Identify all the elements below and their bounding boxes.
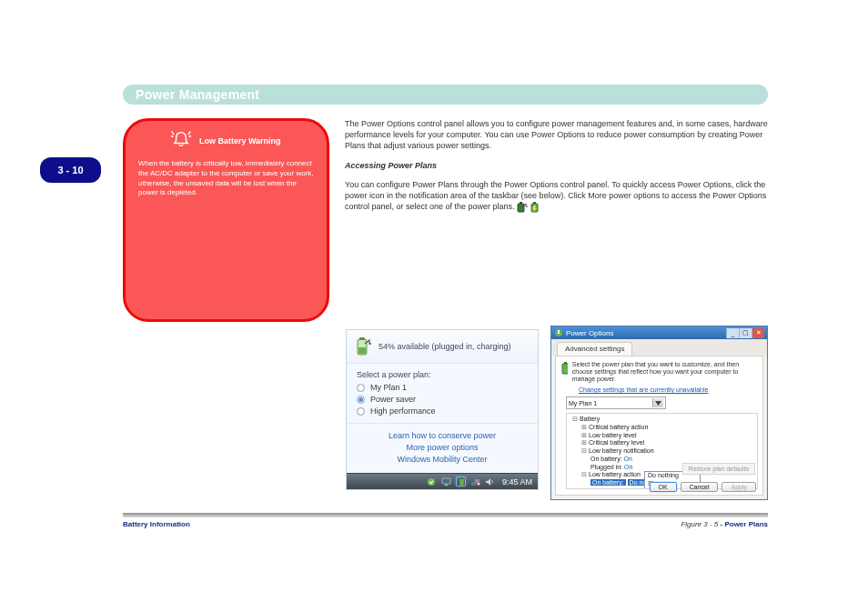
power-options-icon xyxy=(554,328,563,337)
svg-rect-20 xyxy=(564,362,567,364)
radio-icon xyxy=(357,407,365,416)
conserve-power-link[interactable]: Learn how to conserve power xyxy=(347,430,538,442)
divider xyxy=(123,513,768,517)
restore-defaults-button[interactable]: Restore plan defaults xyxy=(682,463,755,475)
network-tray-icon[interactable] xyxy=(470,477,480,487)
footer-topic: Battery Information xyxy=(123,520,190,528)
warning-callout: Low Battery Warning When the battery is … xyxy=(123,118,329,322)
svg-marker-21 xyxy=(655,401,661,406)
warning-header: Low Battery Warning xyxy=(138,130,314,152)
plan-option[interactable]: My Plan 1 xyxy=(357,383,528,392)
radio-icon xyxy=(357,396,365,404)
inline-battery-icons xyxy=(517,201,541,213)
plan-option[interactable]: High performance xyxy=(357,406,528,416)
maximize-button[interactable]: ▢ xyxy=(739,328,752,338)
svg-rect-9 xyxy=(442,478,450,484)
change-unavailable-link[interactable]: Change settings that are currently unava… xyxy=(579,386,708,393)
minimize-button[interactable]: _ xyxy=(726,328,739,338)
svg-rect-6 xyxy=(359,337,365,340)
svg-rect-12 xyxy=(460,477,463,479)
warning-body: When the battery is critically low, imme… xyxy=(138,159,314,198)
plan-label: High performance xyxy=(370,406,436,416)
more-power-options-link[interactable]: More power options xyxy=(347,442,538,454)
warning-title: Low Battery Warning xyxy=(199,136,281,145)
dialog-instruction: Select the power plan that you want to c… xyxy=(560,361,758,383)
battery-status-icon xyxy=(355,336,371,356)
volume-tray-icon[interactable] xyxy=(485,477,495,487)
svg-rect-7 xyxy=(358,347,366,354)
ok-button[interactable]: OK xyxy=(650,482,677,492)
tree-node[interactable]: ⊟Low battery notification xyxy=(567,447,757,456)
paragraph: The Power Options control panel allows y… xyxy=(345,118,771,151)
dialog-buttons: OK Cancel Apply xyxy=(650,482,756,492)
settings-tree[interactable]: ⊟Battery ⊞Critical battery action ⊞Low b… xyxy=(566,413,758,489)
taskbar: 9:45 AM xyxy=(347,473,538,489)
tree-node[interactable]: ⊞Low battery level xyxy=(567,432,757,440)
section-title: Power Management xyxy=(136,87,259,102)
tree-node[interactable]: ⊞Critical battery level xyxy=(567,439,757,447)
footer-figure: Figure 3 - 5 - Power Plans xyxy=(681,520,768,528)
taskbar-clock[interactable]: 9:45 AM xyxy=(502,477,532,487)
mobility-center-link[interactable]: Windows Mobility Center xyxy=(347,454,538,466)
radio-icon xyxy=(357,384,365,392)
svg-point-8 xyxy=(428,478,435,486)
plan-label: My Plan 1 xyxy=(370,383,407,392)
svg-rect-18 xyxy=(558,330,560,334)
power-options-dialog: Power Options _ ▢ ✕ Advanced settings Se… xyxy=(550,326,768,500)
battery-status-text: 54% available (plugged in, charging) xyxy=(378,342,511,351)
svg-rect-0 xyxy=(518,204,524,212)
svg-rect-11 xyxy=(459,478,464,486)
apply-button[interactable]: Apply xyxy=(722,482,756,492)
main-body-text: The Power Options control panel allows y… xyxy=(345,118,771,220)
dialog-titlebar: Power Options _ ▢ ✕ xyxy=(551,326,767,339)
plan-dropdown[interactable]: My Plan 1 xyxy=(566,396,666,409)
select-plan-label: Select a power plan: xyxy=(357,370,528,379)
section-header: Power Management xyxy=(123,85,768,105)
plan-dropdown-value: My Plan 1 xyxy=(569,400,597,406)
display-tray-icon[interactable] xyxy=(441,477,451,487)
svg-rect-3 xyxy=(533,202,536,204)
bell-alarm-icon xyxy=(171,130,191,152)
tree-node[interactable]: ⊟Battery xyxy=(567,416,757,424)
battery-popup-header: 54% available (plugged in, charging) xyxy=(347,330,538,364)
battery-popup-links: Learn how to conserve power More power o… xyxy=(347,423,538,473)
svg-rect-10 xyxy=(445,485,448,486)
svg-rect-19 xyxy=(562,364,568,374)
power-plan-selector: Select a power plan: My Plan 1 Power sav… xyxy=(347,364,538,423)
svg-marker-16 xyxy=(486,478,490,486)
chevron-down-icon xyxy=(652,398,663,407)
battery-popup: 54% available (plugged in, charging) Sel… xyxy=(346,329,539,490)
page-footer: Battery Information Figure 3 - 5 - Power… xyxy=(123,520,768,528)
power-plan-icon xyxy=(560,361,568,376)
page-number: 3 - 10 xyxy=(57,165,83,176)
svg-rect-1 xyxy=(520,202,522,204)
plan-label: Power saver xyxy=(370,395,416,404)
subheading: Accessing Power Plans xyxy=(345,160,771,171)
tree-node[interactable]: ⊞Critical battery action xyxy=(567,424,757,432)
cancel-button[interactable]: Cancel xyxy=(681,482,719,492)
tab-advanced-settings[interactable]: Advanced settings xyxy=(557,342,632,356)
paragraph: You can configure Power Plans through th… xyxy=(345,179,771,213)
plan-option[interactable]: Power saver xyxy=(357,395,528,404)
close-button[interactable]: ✕ xyxy=(752,328,764,338)
dialog-content: Select the power plan that you want to c… xyxy=(555,356,763,496)
battery-tray-icon[interactable] xyxy=(456,477,466,487)
security-tray-icon[interactable] xyxy=(427,477,437,487)
window-controls: _ ▢ ✕ xyxy=(726,328,764,338)
dialog-tabbar: Advanced settings xyxy=(551,339,767,356)
page-badge: 3 - 10 xyxy=(40,157,101,183)
dialog-title: Power Options xyxy=(554,328,613,337)
